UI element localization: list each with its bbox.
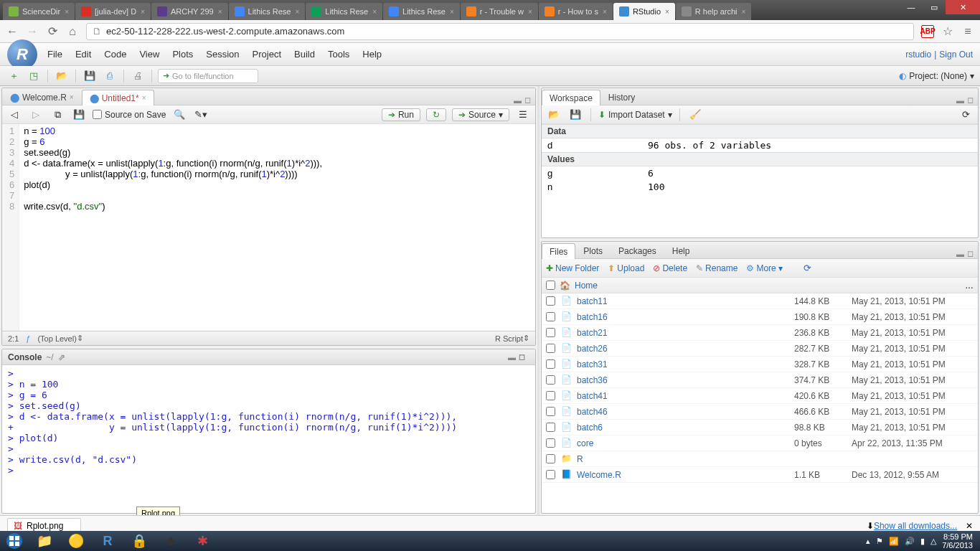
file-checkbox[interactable] xyxy=(546,407,555,416)
menu-build[interactable]: Build xyxy=(294,49,315,60)
new-project-button[interactable]: ◳ xyxy=(26,69,42,83)
source-on-save-checkbox[interactable]: Source on Save xyxy=(93,110,166,120)
source-button[interactable]: ➔Source ▾ xyxy=(452,108,509,121)
files-tab[interactable]: Help xyxy=(664,242,698,258)
menu-tools[interactable]: Tools xyxy=(328,49,349,60)
console-popout-icon[interactable]: ⇗ xyxy=(58,352,65,362)
taskbar-chrome[interactable]: 🟡 xyxy=(60,531,92,551)
file-checkbox[interactable] xyxy=(546,328,555,337)
close-tab-icon[interactable]: × xyxy=(65,8,69,16)
flag-icon[interactable]: ⚑ xyxy=(876,537,883,546)
file-name[interactable]: batch6 xyxy=(577,423,794,433)
close-tab-icon[interactable]: × xyxy=(295,8,299,16)
start-button[interactable] xyxy=(0,531,29,551)
save-button[interactable]: 💾 xyxy=(82,69,98,83)
crumb-home[interactable]: Home xyxy=(575,281,598,291)
volume-icon[interactable]: 🔊 xyxy=(905,537,915,546)
file-checkbox[interactable] xyxy=(546,454,555,463)
source-tab[interactable]: ⬤Untitled1*× xyxy=(82,90,154,105)
file-checkbox[interactable] xyxy=(546,312,555,321)
menu-session[interactable]: Session xyxy=(206,49,239,60)
file-name[interactable]: batch26 xyxy=(577,344,794,354)
file-name[interactable]: batch11 xyxy=(577,296,794,306)
file-checkbox[interactable] xyxy=(546,359,555,369)
browser-tab[interactable]: [julia-dev] D× xyxy=(75,3,151,20)
clock[interactable]: 8:59 PM 7/6/2013 xyxy=(942,532,973,550)
file-name[interactable]: R xyxy=(577,454,794,464)
show-in-new-window-icon[interactable]: ⧉ xyxy=(50,108,65,122)
browser-tab[interactable]: r - Trouble w× xyxy=(461,3,538,20)
files-tab[interactable]: Packages xyxy=(611,242,664,258)
home-icon[interactable]: 🏠 xyxy=(560,281,570,291)
source-tab[interactable]: ⬤Welcome.R× xyxy=(2,89,82,105)
browser-tab[interactable]: ARCHY 299× xyxy=(151,3,228,20)
battery-icon[interactable]: ▮ xyxy=(920,537,925,546)
url-input[interactable]: 🗋 ec2-50-112-228-222.us-west-2.compute.a… xyxy=(86,23,914,40)
file-checkbox[interactable] xyxy=(546,423,555,432)
close-tab-icon[interactable]: × xyxy=(603,8,607,16)
back-button[interactable]: ← xyxy=(6,25,19,38)
close-tab-icon[interactable]: × xyxy=(70,93,74,101)
file-checkbox[interactable] xyxy=(546,391,555,400)
close-tab-icon[interactable]: × xyxy=(665,8,669,16)
code-editor[interactable]: 12345678 n = 100 g = 6 set.seed(g) d <- … xyxy=(2,124,535,331)
file-name[interactable]: batch41 xyxy=(577,391,794,401)
browser-tab[interactable]: R help archi× xyxy=(676,3,752,20)
save-source-button[interactable]: 💾 xyxy=(71,108,87,122)
more-button[interactable]: ⚙More▾ xyxy=(746,263,782,273)
browser-tab[interactable]: ScienceDir× xyxy=(3,3,75,20)
menu-help[interactable]: Help xyxy=(362,49,382,60)
show-all-downloads-link[interactable]: Show all downloads... xyxy=(874,521,957,531)
workspace-row[interactable]: n100 xyxy=(542,180,978,194)
abp-icon[interactable]: ABP xyxy=(921,25,934,38)
browser-tab[interactable]: Lithics Rese× xyxy=(306,3,382,20)
load-workspace-icon[interactable]: 📂 xyxy=(546,108,562,122)
rename-button[interactable]: ✎Rename xyxy=(696,263,738,273)
import-dataset-button[interactable]: ⬇Import Dataset▾ xyxy=(598,110,672,120)
save-workspace-icon[interactable]: 💾 xyxy=(567,108,583,122)
print-button[interactable]: 🖨 xyxy=(130,69,146,83)
more-crumb-icon[interactable]: … xyxy=(965,281,974,291)
menu-file[interactable]: File xyxy=(47,49,62,60)
upload-button[interactable]: ⬆Upload xyxy=(608,263,644,273)
close-tab-icon[interactable]: × xyxy=(528,8,532,16)
bookmark-icon[interactable]: ☆ xyxy=(941,25,954,38)
file-name[interactable]: batch46 xyxy=(577,407,794,417)
refresh-files-icon[interactable]: ⟳ xyxy=(800,261,816,276)
menu-icon[interactable]: ≡ xyxy=(961,25,974,38)
file-name[interactable]: batch21 xyxy=(577,328,794,338)
taskbar-app-6[interactable]: ✱ xyxy=(187,531,218,551)
browser-tab[interactable]: Lithics Rese× xyxy=(229,3,306,20)
menu-plots[interactable]: Plots xyxy=(172,49,193,60)
menu-view[interactable]: View xyxy=(139,49,159,60)
taskbar-app-5[interactable]: ◆ xyxy=(155,531,187,551)
new-file-button[interactable]: ＋ xyxy=(6,69,22,83)
files-tab[interactable]: Plots xyxy=(575,242,611,258)
minimize-pane-icon[interactable]: ▬ xyxy=(956,96,964,105)
maximize-pane-icon[interactable]: ◻ xyxy=(519,352,525,362)
minimize-pane-icon[interactable]: ▬ xyxy=(514,96,522,105)
file-name[interactable]: batch16 xyxy=(577,312,794,322)
close-button[interactable]: ✕ xyxy=(946,0,980,14)
workspace-row[interactable]: g6 xyxy=(542,166,978,180)
console-body[interactable]: > > n = 100 > g = 6 > set.seed(g) > d <-… xyxy=(2,365,535,513)
goto-file-input[interactable]: ➜ Go to file/function xyxy=(158,69,258,83)
minimize-button[interactable]: ― xyxy=(900,0,923,14)
file-checkbox[interactable] xyxy=(546,375,555,385)
open-file-button[interactable]: 📂 xyxy=(54,69,70,83)
workspace-tab[interactable]: History xyxy=(600,89,643,105)
run-button[interactable]: ➔Run xyxy=(382,108,420,121)
file-checkbox[interactable] xyxy=(546,296,555,306)
language-label[interactable]: R Script xyxy=(495,334,523,343)
rerun-button[interactable]: ↻ xyxy=(426,108,446,121)
select-all-checkbox[interactable] xyxy=(546,281,555,290)
reload-button[interactable]: ⟳ xyxy=(46,25,59,38)
file-checkbox[interactable] xyxy=(546,438,555,448)
clear-workspace-icon[interactable]: 🧹 xyxy=(687,108,703,122)
taskbar-explorer[interactable]: 📁 xyxy=(29,531,60,551)
minimize-pane-icon[interactable]: ▬ xyxy=(956,250,964,258)
close-tab-icon[interactable]: × xyxy=(218,8,222,16)
file-name[interactable]: Welcome.R xyxy=(577,470,794,480)
close-tab-icon[interactable]: × xyxy=(372,8,377,16)
sign-out-link[interactable]: Sign Out xyxy=(939,50,973,60)
